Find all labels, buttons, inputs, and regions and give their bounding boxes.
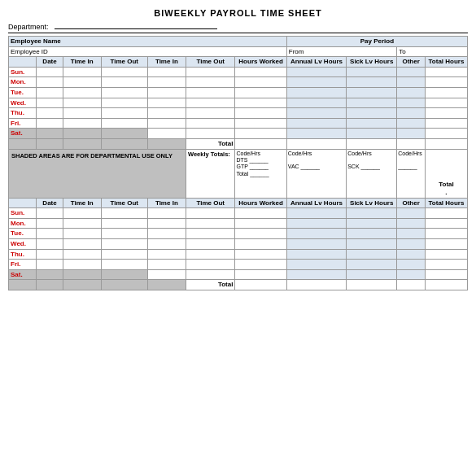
col-date: Date — [37, 57, 63, 68]
col2-blank — [9, 198, 37, 208]
weekly-totals-row: SHADED AREAS ARE FOR DEPARTMENTAL USE ON… — [9, 149, 468, 198]
col-annual-lv: Annual Lv Hours — [286, 57, 346, 68]
shaded-note: SHADED AREAS ARE FOR DEPARTMENTAL USE ON… — [9, 149, 186, 198]
col2-sick-lv: Sick Lv Hours — [347, 198, 397, 208]
col-timein2: Time In — [147, 57, 186, 68]
col2-timein: Time In — [63, 198, 101, 208]
table-row: Fri. — [9, 260, 468, 270]
to-label: To — [397, 46, 468, 57]
table-row: Sun. — [9, 208, 468, 219]
table-row: Tue. — [9, 229, 468, 239]
col-sick-lv: Sick Lv Hours — [347, 57, 397, 68]
page-title: BIWEEKLY PAYROLL TIME SHEET — [8, 8, 468, 18]
table-row: Sun. — [9, 67, 468, 77]
col2-other: Other — [397, 198, 426, 208]
col-blank — [9, 57, 37, 68]
table-row: Sat. — [9, 269, 468, 280]
code-hrs-2: Code/Hrs VAC ______ — [286, 149, 346, 198]
col-other: Other — [397, 57, 426, 68]
department-row: Department: — [8, 23, 468, 33]
week2-total-row: Total — [9, 280, 468, 290]
from-label: From — [286, 46, 397, 57]
col2-timeout2: Time Out — [186, 198, 234, 208]
col-hours-worked: Hours Worked — [235, 57, 286, 68]
col-total-hours: Total Hours — [425, 57, 467, 68]
col2-timein2: Time In — [147, 198, 186, 208]
pay-period-cell: Pay Period — [286, 37, 467, 47]
table-row: Fri. — [9, 118, 468, 129]
weekly-totals-label: Weekly Totals: — [186, 149, 234, 198]
col2-annual-lv: Annual Lv Hours — [286, 198, 346, 208]
employee-id-label: Employee ID — [9, 46, 287, 57]
table-row: Tue. — [9, 87, 468, 98]
col-timein: Time In — [63, 57, 101, 68]
code-hrs-1: Code/Hrs DTS ______ GTP ______ Total ___… — [235, 149, 286, 198]
table-row: Wed. — [9, 238, 468, 249]
week1-total-row: Total — [9, 138, 468, 149]
table-row: Mon. — [9, 218, 468, 229]
timesheet-table: Employee Name Pay Period Employee ID Fro… — [8, 36, 468, 290]
table-row: Thu. — [9, 108, 468, 119]
col2-hours-worked: Hours Worked — [235, 198, 286, 208]
table-row: Wed. — [9, 98, 468, 108]
col-timeout: Time Out — [101, 57, 147, 68]
total-value: Total . — [425, 149, 467, 198]
code-hrs-3: Code/Hrs SCK ______ — [347, 149, 397, 198]
col2-date: Date — [37, 198, 63, 208]
table-row: Sat. — [9, 129, 468, 139]
col2-timeout: Time Out — [101, 198, 147, 208]
dept-label: Department: — [8, 23, 49, 31]
table-row: Thu. — [9, 249, 468, 260]
employee-name-cell: Employee Name — [9, 37, 287, 47]
col-timeout2: Time Out — [186, 57, 234, 68]
table-row: Mon. — [9, 77, 468, 88]
col2-total-hours: Total Hours — [425, 198, 467, 208]
code-hrs-4: Code/Hrs ______ — [397, 149, 426, 198]
